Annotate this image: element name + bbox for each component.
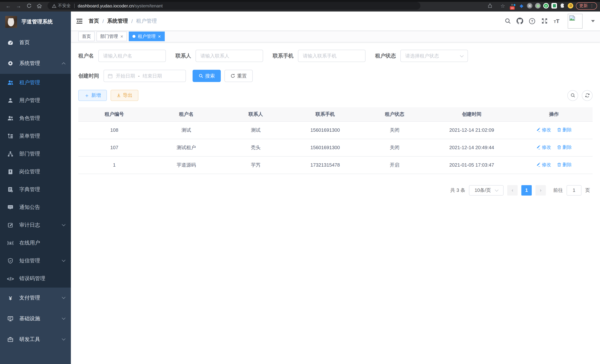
breadcrumb-home[interactable]: 首页	[89, 18, 99, 24]
edit-link[interactable]: 修改	[536, 127, 551, 133]
phone-input[interactable]	[303, 53, 361, 59]
next-page-button[interactable]: ›	[535, 185, 546, 195]
sidebar-item-tenant-management[interactable]: 租户管理	[0, 74, 71, 92]
browser-forward-icon[interactable]: →	[14, 2, 23, 10]
export-button[interactable]: 导出	[111, 90, 138, 101]
edit-link[interactable]: 修改	[536, 162, 551, 168]
status-select[interactable]: 请选择租户状态	[400, 50, 468, 62]
tab-tenant-management[interactable]: 租户管理 ✕	[129, 32, 165, 41]
share-icon[interactable]	[486, 2, 494, 10]
yen-icon: ¥	[7, 295, 13, 301]
close-icon[interactable]: ✕	[120, 34, 123, 38]
extension-circle-icon[interactable]	[535, 3, 541, 9]
refresh-table-button[interactable]	[582, 90, 593, 101]
sidebar-item-notice[interactable]: 通知公告	[0, 198, 71, 216]
extension-emoji-icon[interactable]: :D	[568, 3, 573, 9]
delete-link[interactable]: 删除	[557, 127, 572, 133]
tab-dept-management[interactable]: 部门管理 ✕	[96, 32, 127, 41]
extension-puzzle-icon[interactable]	[560, 3, 565, 9]
github-icon[interactable]	[516, 18, 523, 24]
browser-back-icon[interactable]: ←	[4, 2, 12, 10]
sidebar-item-label: 首页	[19, 39, 30, 46]
hide-search-button[interactable]	[567, 90, 578, 101]
pencil-icon	[536, 128, 541, 132]
edit-link[interactable]: 修改	[536, 144, 551, 151]
bookmark-star-icon[interactable]: ☆	[499, 2, 507, 10]
calendar-icon	[108, 73, 113, 78]
sidebar-item-dept-management[interactable]: 部门管理	[0, 145, 71, 163]
chevron-down-icon	[62, 316, 66, 319]
page-number-1[interactable]: 1	[521, 185, 532, 195]
sidebar-item-role-management[interactable]: 角色管理	[0, 110, 71, 127]
date-start-placeholder: 开始日期	[116, 73, 135, 79]
close-icon[interactable]: ✕	[158, 34, 161, 38]
sidebar-item-audit-log[interactable]: 审计日志	[0, 216, 71, 234]
address-bar[interactable]: 不安全 dashboard.yudao.iocoder.cn/system/te…	[47, 2, 420, 10]
cell-tenant-id: 108	[78, 121, 150, 139]
fullscreen-icon[interactable]	[541, 18, 548, 24]
browser-menu-icon[interactable]: ⋮	[590, 4, 594, 8]
reset-button[interactable]: 重置	[225, 70, 253, 82]
sidebar-item-infrastructure[interactable]: 基础设施	[0, 308, 71, 329]
sidebar-item-home[interactable]: 首页	[0, 32, 71, 53]
divider	[74, 3, 75, 8]
sidebar-item-dict-management[interactable]: 字典管理	[0, 181, 71, 198]
sidebar-item-sms-management[interactable]: 短信管理	[0, 252, 71, 270]
extension-badge: 10	[510, 6, 515, 10]
sidebar-item-label: 通知公告	[19, 204, 40, 211]
extension-doc-icon[interactable]	[551, 3, 557, 9]
help-icon[interactable]: ?	[529, 18, 535, 24]
app-logo[interactable]: 芋道管理系统	[0, 11, 71, 32]
browser-home-icon[interactable]	[35, 2, 43, 10]
font-size-icon[interactable]: TT	[553, 18, 560, 24]
sidebar-item-system[interactable]: 系统管理	[0, 53, 71, 74]
prev-page-button[interactable]: ‹	[507, 185, 518, 195]
tenant-name-input[interactable]	[103, 53, 161, 59]
extension-gem-icon[interactable]: ◆	[519, 3, 524, 9]
search-button[interactable]: 搜索	[193, 70, 221, 82]
col-header-status: 租户状态	[361, 107, 428, 121]
page-size-select[interactable]: 10条/页	[469, 185, 504, 195]
sidebar-item-user-management[interactable]: 用户管理	[0, 92, 71, 110]
active-tab-dot	[133, 35, 136, 38]
sidebar-item-payment[interactable]: ¥ 支付管理	[0, 288, 71, 308]
browser-update-button[interactable]: 更新 ⋮	[576, 2, 597, 9]
svg-text:?: ?	[531, 19, 533, 23]
monitor-icon	[7, 316, 13, 322]
search-icon[interactable]	[504, 18, 511, 24]
extension-command-icon[interactable]: ⌘	[527, 3, 533, 9]
contact-input[interactable]	[200, 53, 258, 59]
table-row: 1 芋道源码 芋艿 17321315478 开启 2021-01-05 17:0…	[78, 156, 593, 174]
system-submenu: 租户管理 用户管理 角色管理	[0, 74, 71, 288]
tab-home[interactable]: 首页	[78, 32, 95, 41]
security-indicator[interactable]: 不安全	[52, 3, 71, 9]
delete-link[interactable]: 删除	[557, 144, 572, 151]
date-range-picker[interactable]: 开始日期 - 结束日期	[103, 70, 186, 82]
delete-link[interactable]: 删除	[557, 162, 572, 168]
sidebar-item-online-users[interactable]: 在线用户	[0, 234, 71, 252]
trash-icon	[557, 163, 562, 167]
sidebar-item-label: 角色管理	[19, 115, 40, 122]
add-button[interactable]: ＋ 新增	[78, 90, 107, 101]
page-size-value: 10条/页	[475, 187, 491, 194]
sidebar-item-post-management[interactable]: 岗位管理	[0, 163, 71, 181]
sidebar-item-menu-management[interactable]: 菜单管理	[0, 127, 71, 145]
chevron-up-icon	[62, 62, 66, 66]
avatar-dropdown-caret[interactable]	[591, 20, 595, 22]
sidebar-item-label: 租户管理	[19, 79, 40, 86]
table-toolbar: ＋ 新增 导出	[78, 90, 593, 101]
avatar[interactable]	[568, 14, 582, 28]
extension-grid-icon[interactable]: 10	[511, 3, 516, 9]
refresh-icon	[585, 93, 590, 98]
sidebar-collapse-icon[interactable]	[76, 18, 83, 24]
edit-log-icon	[7, 222, 13, 228]
extension-y-icon[interactable]: y	[543, 3, 549, 9]
breadcrumb-system[interactable]: 系统管理	[107, 18, 128, 24]
sidebar-item-dev-tools[interactable]: 研发工具	[0, 329, 71, 350]
cell-tenant-name: 测试租户	[150, 139, 222, 156]
goto-page-input[interactable]	[567, 185, 581, 195]
col-header-actions: 操作	[516, 107, 593, 121]
sidebar-item-error-code[interactable]: </> 错误码管理	[0, 270, 71, 288]
users-icon	[7, 115, 13, 121]
browser-reload-icon[interactable]	[25, 2, 33, 10]
